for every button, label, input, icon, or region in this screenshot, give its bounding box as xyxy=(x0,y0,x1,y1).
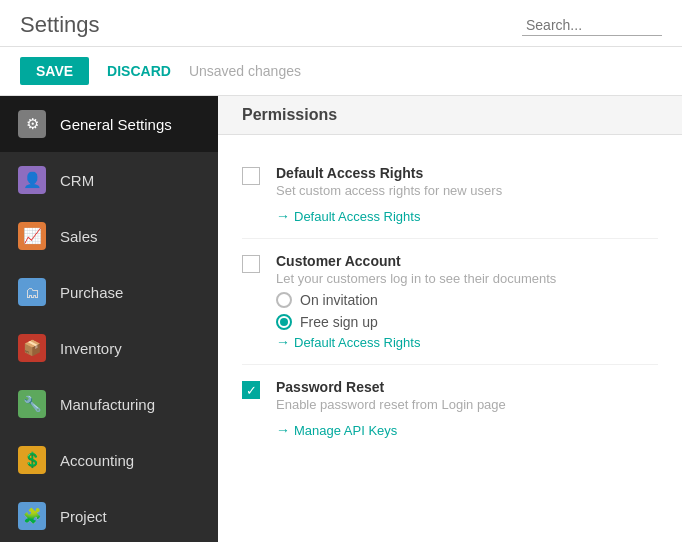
sidebar-item-purchase[interactable]: 🗂Purchase xyxy=(0,264,218,320)
inventory-icon: 📦 xyxy=(18,334,46,362)
settings-list: Default Access RightsSet custom access r… xyxy=(218,135,682,468)
setting-link-password-reset[interactable]: Manage API Keys xyxy=(276,422,397,438)
search-input[interactable] xyxy=(522,15,662,36)
radio-circle-on-invitation xyxy=(276,292,292,308)
save-button[interactable]: SAVE xyxy=(20,57,89,85)
sidebar-label-project: Project xyxy=(60,508,107,525)
radio-circle-free-signup xyxy=(276,314,292,330)
section-title: Permissions xyxy=(218,96,682,135)
setting-link-default-access[interactable]: Default Access Rights xyxy=(276,208,420,224)
sidebar-item-accounting[interactable]: 💲Accounting xyxy=(0,432,218,488)
manufacturing-icon: 🔧 xyxy=(18,390,46,418)
purchase-icon: 🗂 xyxy=(18,278,46,306)
radio-group-customer-account: On invitationFree sign up xyxy=(276,292,658,330)
setting-desc-customer-account: Let your customers log in to see their d… xyxy=(276,271,658,286)
radio-label-free-signup: Free sign up xyxy=(300,314,378,330)
radio-label-on-invitation: On invitation xyxy=(300,292,378,308)
general-icon: ⚙ xyxy=(18,110,46,138)
main-content: Permissions Default Access RightsSet cus… xyxy=(218,96,682,542)
checkbox-default-access[interactable] xyxy=(242,167,260,185)
project-icon: 🧩 xyxy=(18,502,46,530)
sidebar-item-manufacturing[interactable]: 🔧Manufacturing xyxy=(0,376,218,432)
setting-title-password-reset: Password Reset xyxy=(276,379,658,395)
setting-desc-password-reset: Enable password reset from Login page xyxy=(276,397,658,412)
layout: ⚙General Settings👤CRM📈Sales🗂Purchase📦Inv… xyxy=(0,96,682,542)
sidebar-item-project[interactable]: 🧩Project xyxy=(0,488,218,542)
sidebar-label-purchase: Purchase xyxy=(60,284,123,301)
setting-title-default-access: Default Access Rights xyxy=(276,165,658,181)
setting-desc-default-access: Set custom access rights for new users xyxy=(276,183,658,198)
checkbox-password-reset[interactable]: ✓ xyxy=(242,381,260,399)
checkbox-customer-account[interactable] xyxy=(242,255,260,273)
radio-option-on-invitation[interactable]: On invitation xyxy=(276,292,658,308)
accounting-icon: 💲 xyxy=(18,446,46,474)
sales-icon: 📈 xyxy=(18,222,46,250)
discard-button[interactable]: DISCARD xyxy=(99,57,179,85)
setting-link-customer-account[interactable]: Default Access Rights xyxy=(276,334,420,350)
sidebar: ⚙General Settings👤CRM📈Sales🗂Purchase📦Inv… xyxy=(0,96,218,542)
sidebar-item-crm[interactable]: 👤CRM xyxy=(0,152,218,208)
setting-row-password-reset: ✓Password ResetEnable password reset fro… xyxy=(242,365,658,452)
page-title: Settings xyxy=(20,12,100,38)
sidebar-item-general[interactable]: ⚙General Settings xyxy=(0,96,218,152)
setting-title-customer-account: Customer Account xyxy=(276,253,658,269)
sidebar-label-manufacturing: Manufacturing xyxy=(60,396,155,413)
sidebar-label-sales: Sales xyxy=(60,228,98,245)
toolbar: SAVE DISCARD Unsaved changes xyxy=(0,47,682,96)
sidebar-label-inventory: Inventory xyxy=(60,340,122,357)
setting-info-default-access: Default Access RightsSet custom access r… xyxy=(276,165,658,224)
crm-icon: 👤 xyxy=(18,166,46,194)
sidebar-label-general: General Settings xyxy=(60,116,172,133)
sidebar-label-crm: CRM xyxy=(60,172,94,189)
setting-info-password-reset: Password ResetEnable password reset from… xyxy=(276,379,658,438)
sidebar-item-sales[interactable]: 📈Sales xyxy=(0,208,218,264)
radio-option-free-signup[interactable]: Free sign up xyxy=(276,314,658,330)
header: Settings xyxy=(0,0,682,47)
sidebar-label-accounting: Accounting xyxy=(60,452,134,469)
setting-info-customer-account: Customer AccountLet your customers log i… xyxy=(276,253,658,350)
setting-row-default-access: Default Access RightsSet custom access r… xyxy=(242,151,658,239)
unsaved-changes-label: Unsaved changes xyxy=(189,63,301,79)
setting-row-customer-account: Customer AccountLet your customers log i… xyxy=(242,239,658,365)
sidebar-item-inventory[interactable]: 📦Inventory xyxy=(0,320,218,376)
